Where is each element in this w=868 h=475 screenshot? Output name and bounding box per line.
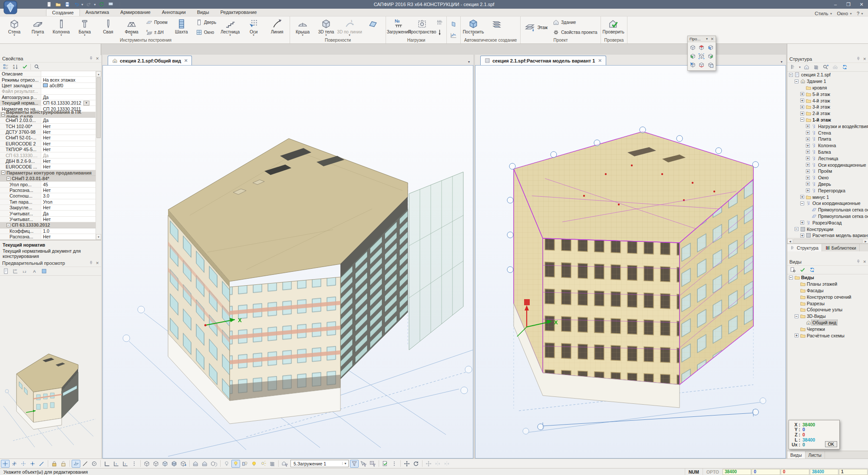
tree-expander[interactable]: + [800,221,804,224]
coordinate-field-x[interactable]: X :38400 [791,422,837,427]
tool-колонна[interactable]: Колонна▼ [50,17,73,38]
tool-проверить[interactable]: Проверить [602,17,625,38]
property-row-снип-52-01[interactable]: СНиП 52-01-...Нет [0,135,96,141]
maximize-button[interactable]: ❐ [842,0,855,9]
dock-tab-виды[interactable]: Виды [787,451,805,459]
loadcase-filter-button[interactable] [281,460,289,468]
tree-item-окно[interactable]: +Окно [787,175,868,181]
tree-item-сборочные-узлы[interactable]: Сборочные узлы [787,307,868,313]
tree-item-виды[interactable]: −Виды [787,274,868,281]
tree-expander[interactable]: − [800,118,804,122]
property-row-текущий-норма[interactable]: Текущий норма...СП 63.13330.2012▼ [0,100,96,106]
projection-redtop-button[interactable] [697,43,706,52]
property-section-варианты-конструирования-в-пк-лира-сапр[interactable]: −Варианты конструирования в ПК ЛИРА-САПР [0,112,96,118]
snap-node-button[interactable] [28,460,37,468]
ortho-mode-button[interactable] [102,460,111,468]
preview-fill-button[interactable] [40,268,48,275]
categorized-button[interactable] [2,63,10,70]
tree-item-конструкции[interactable]: −Конструкции [787,226,868,232]
pin-icon[interactable] [89,261,93,266]
close-button[interactable]: ✕ [855,0,868,9]
menu-стиль[interactable]: Стиль▼ [815,11,832,16]
tool-surface[interactable] [361,17,385,38]
projection-greenleft-button[interactable] [689,52,697,60]
save-document-button[interactable] [63,1,71,8]
tool-шахта[interactable]: Шахта [170,17,193,38]
refresh-button[interactable] [841,64,849,71]
display-hidden-line-button[interactable] [152,460,160,468]
property-section-сп-63-13330-2012[interactable]: −СП 63.13330.2012 [0,222,96,228]
property-row-коэффиц[interactable]: Коэффиц...1.0 [0,228,96,234]
property-row-режимы-отрисо[interactable]: Режимы отрисо...На всех этажах [0,77,96,82]
property-row-автозагрузка-р[interactable]: Автозагрузка р...Да [0,95,96,100]
snap-nearest-button[interactable] [1,460,10,468]
close-tab-icon[interactable]: ✕ [184,58,188,63]
dock-tab-библиотеки[interactable]: Библиотеки [822,244,860,251]
customize-qat-button[interactable] [116,1,124,8]
projection-stackcube-button[interactable] [706,61,715,69]
tree-expander[interactable]: + [806,131,810,135]
minimize-button[interactable]: – [829,0,842,9]
redo-button[interactable] [85,1,93,8]
filter-table-button[interactable] [368,460,377,468]
tool-лестница[interactable]: Лестница▼ [218,17,242,38]
model-physical-button[interactable] [191,460,200,468]
property-row-тсн-102-00[interactable]: ТСН 102-00*Нет [0,124,96,129]
search-button[interactable] [33,63,40,70]
tree-expander[interactable]: − [800,201,804,205]
tree-item-расчётные-схемы[interactable]: +Расчётные схемы [787,332,868,339]
tree-item-прямоугольная-сетка-осей[interactable]: Прямоугольная сетка осей [787,213,868,220]
apply-view-button[interactable] [799,267,806,274]
dropdown-button[interactable]: ▼ [83,101,89,106]
tree-item-чертежи[interactable]: Чертежи [787,326,868,332]
tree-expander[interactable]: + [800,105,804,109]
sort-alphabetical-button[interactable]: АЯ [11,63,19,70]
tree-expander[interactable]: − [789,276,793,280]
preview-axes-button[interactable]: XY [11,268,19,275]
dock-tab-листы[interactable]: Листы [805,451,825,459]
rotate-plane-x-button[interactable]: x [112,460,120,468]
show-in-view-button[interactable] [803,64,811,71]
tree-item-фасады[interactable]: Фасады [787,287,868,294]
tree-expander[interactable]: − [789,73,793,77]
property-row-учитыват[interactable]: Учитыват...Нет [0,217,96,222]
tab-list-dropdown-icon[interactable]: ▼ [779,60,785,63]
tool-н[interactable]: ±± ΔН [144,28,169,36]
projection-wire-button[interactable] [689,43,697,52]
coordinate-field-y[interactable]: Y :0 [791,427,837,432]
apply-button[interactable] [21,63,29,70]
tool-окно[interactable]: Окно [194,28,218,36]
tree-item-стена[interactable]: +Стена [787,129,868,136]
property-row-ткп-ор-45-5[interactable]: ТКП/ОР 45-5...Нет [0,147,96,152]
filter-by-cursor-button[interactable] [359,460,368,468]
load-case-dropdown[interactable]: 5.Загружение 1▼ [290,460,349,467]
property-row-eurocode[interactable]: EUROCODE ...Нет [0,164,96,170]
tree-expander[interactable]: + [806,144,810,148]
tree-expander[interactable]: + [800,234,804,238]
tree-item-перегородка[interactable]: +Перегородка [787,187,868,194]
color-swatch[interactable] [43,83,48,87]
tool-свойства-проекта[interactable]: Свойства проекта [551,28,598,36]
refresh-views-button[interactable] [808,267,816,274]
display-shaded-button[interactable] [161,460,169,468]
close-tab-icon[interactable]: ✕ [598,58,601,63]
projection-greenright-button[interactable] [706,52,715,60]
tab-analytical-model[interactable]: секция 2.1.spf:Расчетная модель вариант … [480,56,606,65]
property-row-распозна[interactable]: Распозна...Нет [0,234,96,240]
status-coordinate-field-3[interactable]: 38400 [810,469,838,475]
undo-dropdown-icon[interactable]: ▼ [81,3,84,6]
pin-icon[interactable] [89,56,93,62]
update-model-button[interactable] [98,1,106,8]
tree-expander[interactable]: + [800,195,804,199]
tool-3d-тела[interactable]: 3D тела▼ [314,17,338,38]
property-row-снип-2-03-0[interactable]: СНиП 2.03.0...Да [0,118,96,123]
workplane-button[interactable] [72,460,80,468]
preview-canvas[interactable] [0,276,101,449]
close-icon[interactable]: ✕ [96,56,99,61]
model-analytical-button[interactable] [201,460,209,468]
property-row-описание[interactable]: Описание [0,71,96,77]
status-coordinate-field-0[interactable]: 38400 [723,469,751,475]
tree-expander[interactable]: − [795,314,799,318]
chevron-down-icon[interactable]: ▼ [706,37,709,40]
light-spot-button[interactable] [259,460,267,468]
